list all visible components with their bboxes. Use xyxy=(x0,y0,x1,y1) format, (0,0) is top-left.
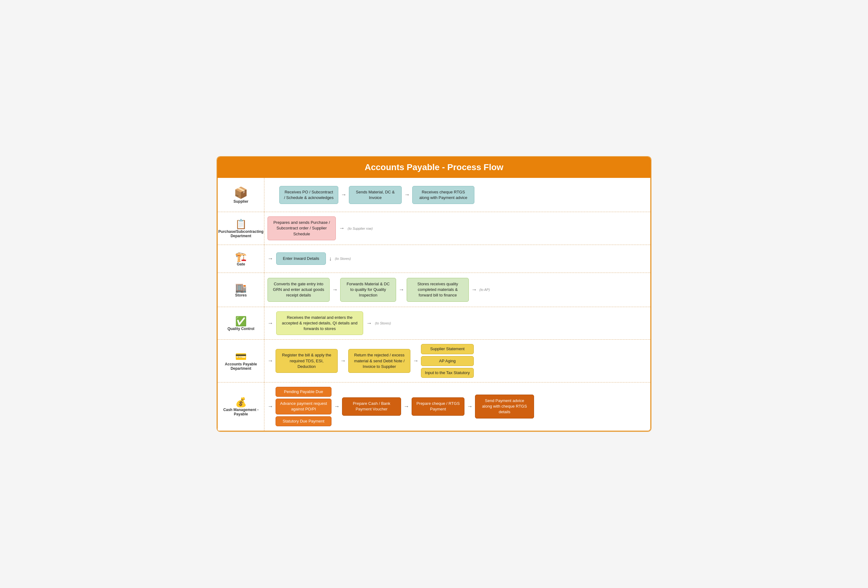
quality-row: ✅ Quality Control → Receives the materia… xyxy=(218,307,650,340)
gate-label: 🏗️ Gate xyxy=(218,245,264,273)
arrow14: → xyxy=(267,403,273,410)
ap-aging-box: AP Aging xyxy=(421,356,474,366)
arrow5: ↓ xyxy=(329,255,332,262)
receives-material-box: Receives the material and enters the acc… xyxy=(276,311,363,335)
gate-row: 🏗️ Gate → Enter Inward Details ↓ (to Sto… xyxy=(218,245,650,273)
pending-payable-box: Pending Payable Due xyxy=(276,387,332,397)
stores-row: 🏬 Stores Converts the gate entry into GR… xyxy=(218,273,650,307)
prepare-cash-box: Prepare Cash / Bank Payment Voucher xyxy=(342,397,401,416)
enter-inward-box: Enter Inward Details xyxy=(276,252,326,265)
arrow16: → xyxy=(403,403,409,410)
arrow4: → xyxy=(267,255,273,262)
quality-label: ✅ Quality Control xyxy=(218,307,264,340)
stores-label-text: Stores xyxy=(235,293,247,298)
page-title: Accounts Payable - Process Flow xyxy=(217,157,651,178)
arrow9: → xyxy=(267,320,273,327)
arrow15: → xyxy=(334,403,340,410)
forwards-material-box: Forwards Material & DC to quality for Qu… xyxy=(340,278,396,302)
send-payment-box: Send Payment advice along with cheque RT… xyxy=(475,395,534,419)
supplier-statement-box: Supplier Statement xyxy=(421,344,474,354)
arrow17: → xyxy=(467,403,472,410)
prepare-cheque-box: Prepare cheque / RTGS Payment xyxy=(412,397,465,416)
gate-content: → Enter Inward Details ↓ (to Stores) xyxy=(264,245,650,273)
sends-material-box: Sends Material, DC & Invoice xyxy=(349,186,402,204)
stores-content: Converts the gate entry into GRN and ent… xyxy=(264,273,650,307)
ap-row: 💳 Accounts Payable Department → Register… xyxy=(218,340,650,382)
ap-outputs: Supplier Statement AP Aging Input to the… xyxy=(421,344,474,378)
arrow2: → xyxy=(404,192,410,198)
main-container: Accounts Payable - Process Flow 📦 Suppli… xyxy=(217,156,651,432)
register-bill-box: Register the bill & apply the required T… xyxy=(276,349,338,373)
supplier-label-text: Supplier xyxy=(233,199,248,204)
cash-inputs: Pending Payable Due Advance payment requ… xyxy=(276,387,332,426)
supplier-label: 📦 Supplier xyxy=(218,178,264,212)
quality-label-text: Quality Control xyxy=(227,327,254,331)
purchase-label-text: Purchase/Subcontracting Department xyxy=(218,230,263,238)
stores-receives-box: Stores receives quality completed materi… xyxy=(407,278,469,302)
arrow12: → xyxy=(340,358,346,364)
arrow11: → xyxy=(267,358,273,364)
receives-po-box: Receives PO / Subcontract / Schedule & a… xyxy=(279,186,338,204)
quality-content: → Receives the material and enters the a… xyxy=(264,307,650,340)
return-rejected-box: Return the rejected / excess material & … xyxy=(348,349,410,373)
cash-row: 💰 Cash Management - Payable → Pending Pa… xyxy=(218,382,650,430)
cash-label: 💰 Cash Management - Payable xyxy=(218,382,264,430)
purchase-row: 📋 Purchase/Subcontracting Department Pre… xyxy=(218,212,650,245)
supplier-content: Receives PO / Subcontract / Schedule & a… xyxy=(264,178,650,212)
ap-content: → Register the bill & apply the required… xyxy=(264,340,650,382)
arrow10: → xyxy=(366,320,372,327)
gate-label-text: Gate xyxy=(237,262,245,266)
receives-cheque-box: Receives cheque RTGS along with Payment … xyxy=(412,186,474,204)
arrow1: → xyxy=(341,192,346,198)
purchase-content: Prepares and sends Purchase / Subcontrac… xyxy=(264,212,650,245)
prepares-sends-box: Prepares and sends Purchase / Subcontrac… xyxy=(267,217,336,240)
advance-payment-box: Advance payment request against PO/PI xyxy=(276,399,332,414)
arrow6: → xyxy=(332,287,338,293)
ap-label: 💳 Accounts Payable Department xyxy=(218,340,264,382)
ap-label-text: Accounts Payable Department xyxy=(220,362,261,371)
arrow3: → xyxy=(339,225,344,231)
cash-content: → Pending Payable Due Advance payment re… xyxy=(264,382,650,430)
input-tax-box: Input to the Tax Statutory xyxy=(421,368,474,378)
arrow13: → xyxy=(413,358,418,364)
purchase-label: 📋 Purchase/Subcontracting Department xyxy=(218,212,264,245)
statutory-due-box: Statutory Due Payment xyxy=(276,416,332,426)
supplier-row: 📦 Supplier Receives PO / Subcontract / S… xyxy=(218,178,650,212)
cash-label-text: Cash Management - Payable xyxy=(220,408,261,416)
stores-label: 🏬 Stores xyxy=(218,273,264,307)
converts-gate-box: Converts the gate entry into GRN and ent… xyxy=(267,278,330,302)
arrow8: → xyxy=(471,287,477,293)
arrow7: → xyxy=(399,287,404,293)
